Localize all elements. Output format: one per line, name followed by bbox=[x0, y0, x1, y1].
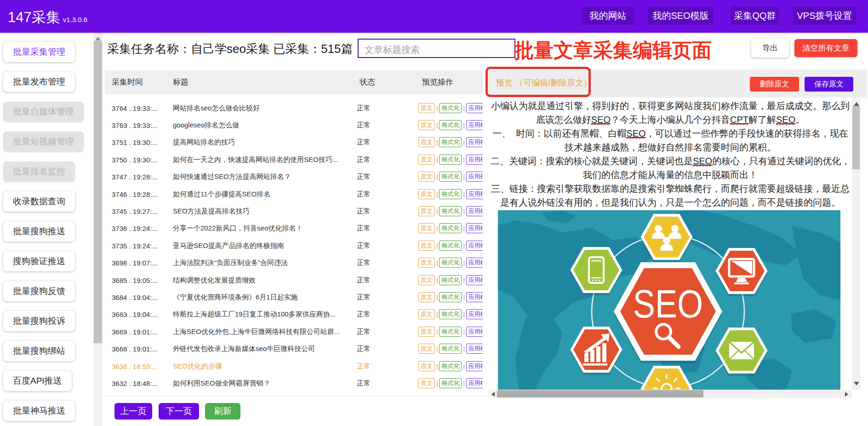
svg-text:SEO: SEO bbox=[633, 282, 703, 326]
